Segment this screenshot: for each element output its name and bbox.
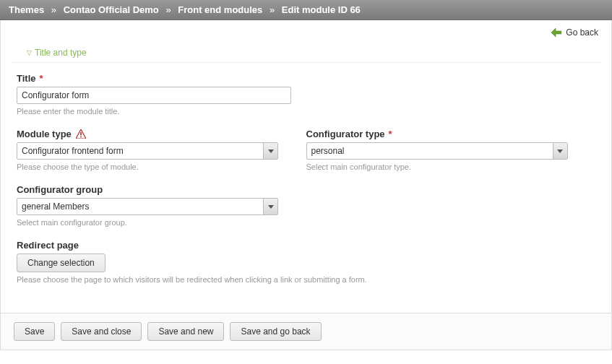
module-type-label: Module type — [17, 129, 292, 139]
breadcrumb: Themes » Contao Official Demo » Front en… — [0, 0, 612, 20]
breadcrumb-item[interactable]: Contao Official Demo — [64, 4, 159, 15]
redirect-page-help: Please choose the page to which visitors… — [17, 275, 595, 284]
configurator-type-value: personal — [307, 143, 553, 159]
redirect-page-label: Redirect page — [17, 240, 595, 251]
save-and-close-button[interactable]: Save and close — [61, 322, 142, 341]
breadcrumb-item[interactable]: Themes — [9, 4, 44, 15]
save-and-go-back-button[interactable]: Save and go back — [230, 322, 321, 341]
title-help: Please enter the module title. — [17, 107, 595, 116]
breadcrumb-sep: » — [270, 4, 275, 15]
module-type-value: Configurator frontend form — [17, 143, 263, 159]
chevron-down-icon[interactable] — [263, 199, 277, 214]
breadcrumb-item[interactable]: Front end modules — [178, 4, 262, 15]
svg-rect-0 — [80, 132, 82, 136]
module-type-help: Please choose the type of module. — [17, 162, 292, 171]
field-title: Title* Please enter the module title. — [17, 73, 595, 116]
section-title-type[interactable]: ▽ Title and type — [11, 42, 601, 63]
save-button[interactable]: Save — [14, 322, 55, 341]
title-input[interactable] — [17, 87, 291, 104]
configurator-group-value: general Members — [17, 199, 263, 214]
arrow-left-icon — [551, 28, 561, 37]
module-type-select[interactable]: Configurator frontend form — [17, 142, 278, 160]
breadcrumb-item: Edit module ID 66 — [282, 4, 361, 15]
breadcrumb-sep: » — [51, 4, 56, 15]
configurator-type-help: Select main configurator type. — [306, 162, 596, 171]
configurator-group-label: Configurator group — [17, 184, 595, 195]
change-selection-button[interactable]: Change selection — [17, 254, 105, 272]
field-redirect-page: Redirect page Change selection Please ch… — [17, 240, 595, 284]
save-and-new-button[interactable]: Save and new — [147, 322, 224, 341]
configurator-group-help: Select main configurator group. — [17, 218, 595, 227]
warning-icon — [76, 129, 86, 139]
field-module-type: Module type Configurator frontend form P… — [17, 129, 306, 171]
breadcrumb-sep: » — [165, 4, 171, 15]
field-configurator-type: Configurator type* personal Select main … — [306, 129, 596, 171]
title-label: Title* — [17, 73, 595, 84]
module-form: Go back ▽ Title and type Title* Please e… — [0, 20, 612, 350]
triangle-down-icon: ▽ — [27, 49, 32, 56]
chevron-down-icon[interactable] — [553, 143, 567, 159]
configurator-group-select[interactable]: general Members — [17, 198, 278, 215]
configurator-type-label: Configurator type* — [306, 129, 596, 139]
field-configurator-group: Configurator group general Members Selec… — [17, 184, 595, 227]
section-title-label: Title and type — [35, 48, 87, 58]
svg-rect-1 — [80, 136, 82, 138]
required-mark: * — [389, 129, 392, 139]
configurator-type-select[interactable]: personal — [306, 142, 568, 160]
go-back-link[interactable]: Go back — [551, 27, 598, 38]
required-mark: * — [40, 73, 43, 84]
chevron-down-icon[interactable] — [263, 143, 277, 159]
button-bar: Save Save and close Save and new Save an… — [1, 313, 611, 350]
go-back-label: Go back — [566, 27, 598, 38]
